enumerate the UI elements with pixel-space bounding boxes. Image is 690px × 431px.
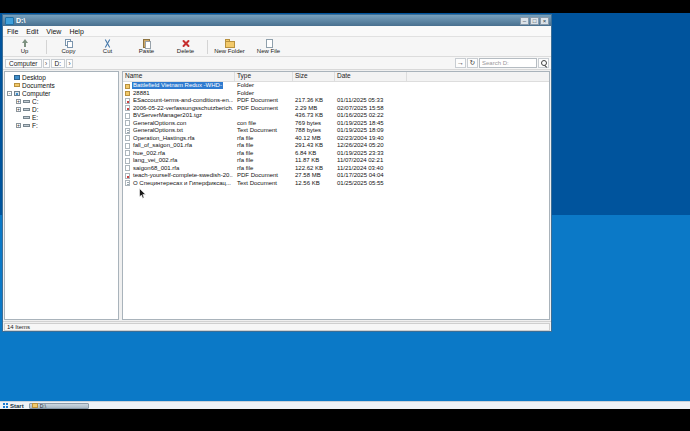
new-folder-button[interactable]: New Folder [210,39,249,54]
file-row[interactable]: 28881Folder [123,90,549,98]
menu-view[interactable]: View [42,27,65,36]
file-row[interactable]: GeneralOptions.concon file769 bytes01/19… [123,120,549,128]
taskbar-task-button[interactable]: D:\ [29,403,89,409]
status-text: 14 Items [4,323,550,331]
breadcrumb-chevron-icon[interactable]: › [66,59,73,68]
tree-item-desktop[interactable]: Desktop [5,73,118,81]
column-header-size[interactable]: Size [293,72,335,81]
copy-button[interactable]: Copy [49,39,88,54]
file-row[interactable]: lang_vei_002.rfarfa file11.87 KB11/07/20… [123,157,549,165]
file-name: GeneralOptions.con [132,120,187,127]
file-name: saigon68_001.rfa [132,165,180,172]
file-date: 01/19/2025 23:33 [335,150,407,157]
file-icon [125,150,130,156]
file-type: PDF Document [235,172,293,179]
file-row[interactable]: hue_002.rfarfa file6.84 KB01/19/2025 23:… [123,150,549,158]
paste-button[interactable]: Paste [127,39,166,54]
expand-icon[interactable]: + [16,99,21,104]
breadcrumb-chevron-icon[interactable]: › [43,59,50,68]
expand-icon[interactable]: + [16,107,21,112]
file-row[interactable]: Battlefield Vietnam Redux -WHD-Folder [123,82,549,90]
folder-icon [125,91,130,96]
task-window-label: D:\ [40,403,46,409]
tree-item-label: Desktop [22,74,46,81]
file-name-cell: ESaccount-terms-and-conditions-en... [123,97,235,104]
file-row[interactable]: saigon68_001.rfarfa file122.62 KB11/21/2… [123,165,549,173]
menu-edit[interactable]: Edit [22,27,42,36]
toolbar: UpCopyCutPasteDeleteNew FolderNew File [3,37,551,57]
cut-icon [103,39,113,48]
breadcrumb: Computer›D:› [5,59,73,68]
file-name-cell: Battlefield Vietnam Redux -WHD- [123,82,235,89]
menu-help[interactable]: Help [65,27,87,36]
tree-item-f[interactable]: +F: [5,121,118,129]
toolbar-button-label: Cut [103,48,112,54]
tree-item-c[interactable]: +C: [5,97,118,105]
window-title: D:\ [16,16,517,25]
desktop-icon [14,75,20,80]
cut-button[interactable]: Cut [88,39,127,54]
computer-icon [14,91,20,96]
file-name-cell: GeneralOptions.txt [123,127,235,134]
search-icon[interactable] [538,58,549,68]
file-size: 11.87 KB [293,157,335,164]
window-controls: –□× [519,17,549,25]
tree-item-d[interactable]: +D: [5,105,118,113]
mouse-cursor [139,188,147,199]
expand-icon[interactable]: + [16,123,21,128]
file-list-panel: NameTypeSizeDate Battlefield Vietnam Red… [122,71,550,320]
file-date: 01/25/2025 05:55 [335,180,407,187]
file-name-cell: BVServerManager201.tgz [123,112,235,119]
address-bar: Computer›D:› → ↻ [3,57,551,70]
file-row[interactable]: О Специнтересах и Гиперфиксац...Text Doc… [123,180,549,188]
go-button[interactable]: → [455,58,466,68]
file-name: BVServerManager201.tgz [132,112,203,119]
search-input[interactable] [479,58,537,68]
file-row[interactable]: fall_of_saigon_001.rfarfa file291.43 KB1… [123,142,549,150]
file-date: 01/19/2025 18:45 [335,120,407,127]
breadcrumb-computer[interactable]: Computer [5,59,42,68]
file-row[interactable]: GeneralOptions.txtText Document788 bytes… [123,127,549,135]
file-type: Folder [235,82,293,89]
folder-tree: DesktopDocuments-Computer+C:+D:E:+F: [4,71,119,320]
menu-bar: FileEditViewHelp [3,26,551,37]
file-name: fall_of_saigon_001.rfa [132,142,193,149]
collapse-icon[interactable]: - [7,91,12,96]
file-row[interactable]: ESaccount-terms-and-conditions-en...PDF … [123,97,549,105]
menu-file[interactable]: File [3,27,22,36]
tree-item-computer[interactable]: -Computer [5,89,118,97]
file-row[interactable]: 2006-05-22-verfassungsschutzberich...PDF… [123,105,549,113]
file-row[interactable]: teach-yourself-complete-swedish-20...PDF… [123,172,549,180]
list-header: NameTypeSizeDate [123,72,549,82]
tree-item-e[interactable]: E: [5,113,118,121]
column-header-date[interactable]: Date [335,72,407,81]
file-type: rfa file [235,150,293,157]
file-row[interactable]: BVServerManager201.tgz436.73 KB01/16/202… [123,112,549,120]
file-icon [125,143,130,149]
minimize-button[interactable]: – [520,17,529,25]
title-bar[interactable]: D:\ –□× [3,15,551,26]
file-date: 01/17/2025 04:04 [335,172,407,179]
start-label: Start [10,403,24,409]
new-file-button[interactable]: New File [249,39,288,54]
tree-item-label: E: [32,114,38,121]
task-window-icon [32,403,38,408]
file-size: 788 bytes [293,127,335,134]
new-folder-icon [225,39,235,48]
maximize-button[interactable]: □ [530,17,539,25]
file-name: ESaccount-terms-and-conditions-en... [132,97,233,104]
delete-button[interactable]: Delete [166,39,205,54]
file-row[interactable]: Operation_Hastings.rfarfa file40.12 MB02… [123,135,549,143]
file-icon [125,165,130,171]
start-button[interactable]: Start [0,402,27,409]
refresh-button[interactable]: ↻ [467,58,478,68]
up-button[interactable]: Up [5,39,44,54]
close-button[interactable]: × [540,17,549,25]
file-list: Battlefield Vietnam Redux -WHD-Folder288… [123,82,549,319]
file-size: 6.84 KB [293,150,335,157]
column-header-type[interactable]: Type [235,72,293,81]
breadcrumb-d[interactable]: D: [51,59,66,68]
file-name-cell: saigon68_001.rfa [123,165,235,172]
tree-item-documents[interactable]: Documents [5,81,118,89]
column-header-name[interactable]: Name [123,72,235,81]
